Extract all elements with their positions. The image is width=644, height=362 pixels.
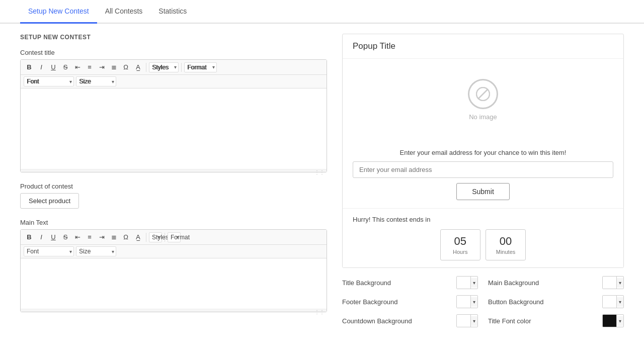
bold-button-1[interactable]: B bbox=[24, 62, 35, 72]
resize-handle-2[interactable]: ⋮⋮ bbox=[21, 309, 327, 312]
align-center-button-2[interactable]: ≡ bbox=[84, 232, 95, 242]
main-text-editor: B I U S ⇤ ≡ ⇥ ≣ Ω A̲ Styles bbox=[20, 229, 327, 312]
toolbar1: B I U S ⇤ ≡ ⇥ ≣ Ω A̲ Styles Styles bbox=[21, 60, 327, 75]
right-panel: Popup Title No image Enter your email ad… bbox=[342, 34, 624, 327]
tab-all-contests[interactable]: All Contests bbox=[97, 0, 151, 24]
button-background-arrow[interactable]: ▾ bbox=[617, 297, 623, 307]
minutes-box: 00 Minutes bbox=[486, 229, 526, 260]
main-text-label: Main Text bbox=[20, 219, 327, 226]
preview-email-section: Enter your email address for your chance… bbox=[343, 141, 623, 208]
countdown-background-arrow[interactable]: ▾ bbox=[471, 316, 477, 326]
button-background-label: Button Background bbox=[488, 298, 598, 306]
divider-1 bbox=[146, 63, 146, 72]
title-background-label: Title Background bbox=[342, 279, 452, 287]
preview-panel: Popup Title No image Enter your email ad… bbox=[342, 34, 624, 268]
footer-background-row: Footer Background ▾ bbox=[342, 295, 478, 308]
no-image-text: No image bbox=[469, 113, 497, 121]
align-left-button-2[interactable]: ⇤ bbox=[72, 232, 83, 242]
left-panel: SETUP NEW CONTEST Contest title B I U S … bbox=[20, 34, 327, 327]
omega-button-2[interactable]: Ω bbox=[120, 232, 131, 242]
styles-select-wrapper-1: Styles Styles bbox=[149, 62, 179, 72]
font-color-button-1[interactable]: A̲ bbox=[132, 62, 143, 72]
toolbar2-row2: Font Size bbox=[21, 245, 327, 258]
product-label: Product of contest bbox=[20, 183, 327, 190]
minutes-value: 00 bbox=[496, 235, 516, 248]
countdown-background-row: Countdown Background ▾ bbox=[342, 314, 478, 327]
main-background-swatch bbox=[603, 277, 617, 289]
countdown-background-swatch bbox=[457, 315, 471, 327]
main-background-picker[interactable]: ▾ bbox=[602, 276, 624, 289]
title-background-row: Title Background ▾ bbox=[342, 276, 478, 289]
hours-box: 05 Hours bbox=[440, 229, 480, 260]
omega-button-1[interactable]: Ω bbox=[120, 62, 131, 72]
button-background-picker[interactable]: ▾ bbox=[602, 295, 624, 308]
tab-statistics[interactable]: Statistics bbox=[150, 0, 195, 24]
justify-button-1[interactable]: ≣ bbox=[108, 62, 119, 72]
select-product-button[interactable]: Select product bbox=[20, 193, 79, 209]
format-select-wrapper-1: Format Format bbox=[184, 62, 217, 72]
button-background-swatch bbox=[603, 296, 617, 308]
contest-title-editor: B I U S ⇤ ≡ ⇥ ≣ Ω A̲ Styles Styles bbox=[20, 59, 327, 172]
justify-button-2[interactable]: ≣ bbox=[108, 232, 119, 242]
styles-select-2[interactable] bbox=[149, 232, 162, 242]
toolbar2: B I U S ⇤ ≡ ⇥ ≣ Ω A̲ Styles bbox=[21, 230, 327, 245]
align-left-button-1[interactable]: ⇤ bbox=[72, 62, 83, 72]
align-center-button-1[interactable]: ≡ bbox=[84, 62, 95, 72]
toolbar1-row2: Font Font Size Size bbox=[21, 75, 327, 88]
italic-button-2[interactable]: I bbox=[36, 232, 47, 242]
main-background-arrow[interactable]: ▾ bbox=[617, 278, 623, 288]
countdown-background-label: Countdown Background bbox=[342, 317, 452, 325]
underline-button-1[interactable]: U bbox=[48, 62, 59, 72]
align-right-button-1[interactable]: ⇥ bbox=[96, 62, 107, 72]
tab-setup-new-contest[interactable]: Setup New Contest bbox=[20, 0, 97, 24]
font-select-1[interactable]: Font bbox=[24, 76, 74, 86]
size-select-wrapper-1: Size Size bbox=[76, 76, 116, 86]
countdown-background-picker[interactable]: ▾ bbox=[456, 314, 478, 327]
styles-select-1[interactable]: Styles bbox=[149, 62, 179, 72]
title-font-color-picker[interactable]: ▾ bbox=[602, 314, 624, 327]
align-right-button-2[interactable]: ⇥ bbox=[96, 232, 107, 242]
title-background-arrow[interactable]: ▾ bbox=[471, 278, 477, 288]
countdown-bar: Hurry! This contest ends in 05 Hours 00 … bbox=[343, 208, 623, 267]
minutes-label: Minutes bbox=[496, 249, 516, 255]
bold-button-2[interactable]: B bbox=[24, 232, 35, 242]
format-select-2[interactable] bbox=[168, 232, 181, 242]
button-background-row: Button Background ▾ bbox=[488, 295, 624, 308]
title-font-color-row: Title Font color ▾ bbox=[488, 314, 624, 327]
title-background-picker[interactable]: ▾ bbox=[456, 276, 478, 289]
tabs-bar: Setup New Contest All Contests Statistic… bbox=[0, 0, 644, 24]
email-prompt-text: Enter your email address for your chance… bbox=[353, 149, 613, 156]
footer-background-arrow[interactable]: ▾ bbox=[471, 297, 477, 307]
section-header: SETUP NEW CONTEST bbox=[20, 34, 327, 41]
underline-button-2[interactable]: U bbox=[48, 232, 59, 242]
hours-value: 05 bbox=[451, 235, 470, 248]
footer-background-swatch bbox=[457, 296, 471, 308]
strikethrough-button-1[interactable]: S bbox=[60, 62, 71, 72]
footer-background-picker[interactable]: ▾ bbox=[456, 295, 478, 308]
contest-title-input[interactable] bbox=[21, 88, 327, 169]
color-settings: Title Background ▾ Main Background ▾ bbox=[342, 276, 624, 327]
main-text-input[interactable] bbox=[21, 258, 327, 309]
submit-button[interactable]: Submit bbox=[456, 183, 510, 200]
font-select-wrapper-1: Font Font bbox=[24, 76, 74, 86]
title-font-color-arrow[interactable]: ▾ bbox=[617, 316, 623, 326]
font-select-2[interactable] bbox=[24, 246, 74, 256]
divider-4 bbox=[165, 233, 165, 242]
resize-handle-1[interactable]: ⋮⋮ bbox=[21, 169, 327, 172]
size-select-2[interactable] bbox=[76, 246, 116, 256]
product-section: Product of contest Select product bbox=[20, 183, 327, 209]
svg-line-1 bbox=[478, 89, 488, 99]
preview-image-area: No image bbox=[343, 59, 623, 141]
hours-label: Hours bbox=[451, 249, 470, 255]
italic-button-1[interactable]: I bbox=[36, 62, 47, 72]
page-wrapper: Setup New Contest All Contests Statistic… bbox=[0, 0, 644, 362]
font-color-button-2[interactable]: A̲ bbox=[132, 232, 143, 242]
email-input[interactable] bbox=[353, 161, 613, 178]
size-select-1[interactable]: Size bbox=[76, 76, 116, 86]
strikethrough-button-2[interactable]: S bbox=[60, 232, 71, 242]
format-select-1[interactable]: Format bbox=[184, 62, 217, 72]
title-font-color-label: Title Font color bbox=[488, 317, 598, 325]
divider-3 bbox=[146, 233, 146, 242]
main-background-row: Main Background ▾ bbox=[488, 276, 624, 289]
title-font-color-swatch bbox=[603, 315, 617, 327]
